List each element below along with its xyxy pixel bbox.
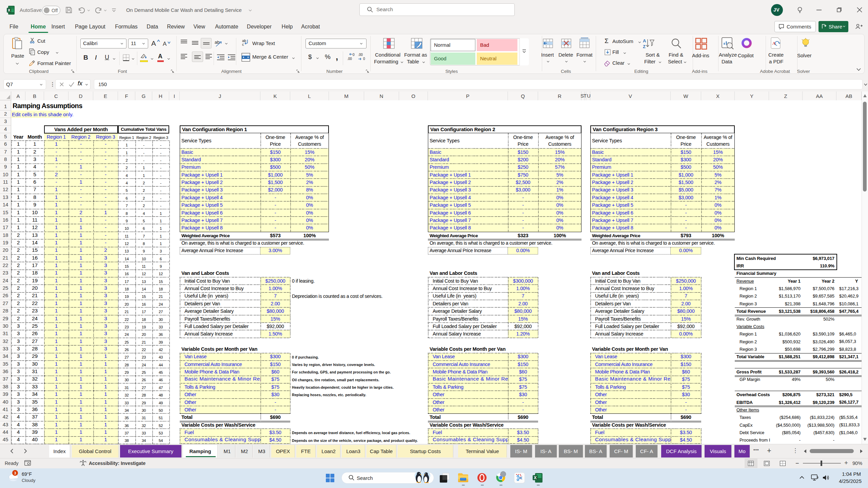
svg-text:c: c bbox=[242, 42, 244, 46]
svg-text:X: X bbox=[8, 8, 11, 12]
svg-text:0: 0 bbox=[363, 57, 365, 61]
svg-text:Z: Z bbox=[643, 44, 646, 49]
svg-text:X: X bbox=[534, 475, 537, 480]
svg-text:0: 0 bbox=[353, 53, 355, 57]
svg-text:.00: .00 bbox=[347, 57, 352, 61]
svg-text:.00: .00 bbox=[358, 53, 363, 57]
svg-text:A: A bbox=[643, 38, 646, 43]
